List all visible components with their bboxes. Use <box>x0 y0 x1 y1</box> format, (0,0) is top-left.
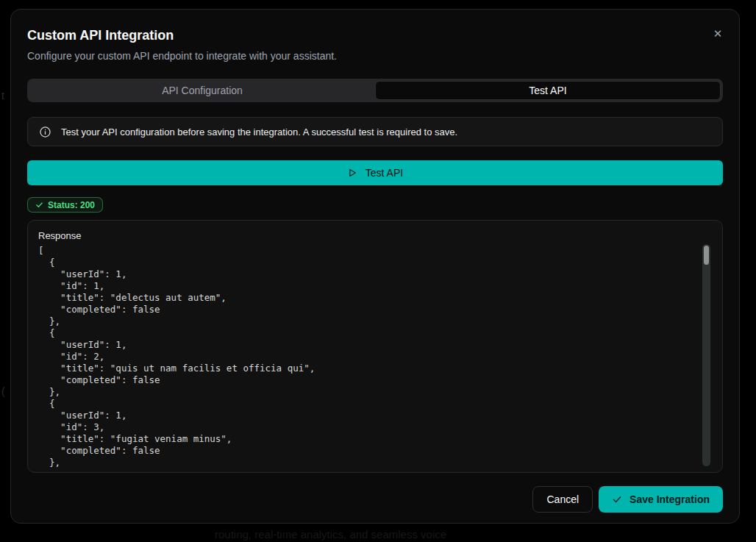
response-label: Response <box>38 229 712 242</box>
info-banner-text: Test your API configuration before savin… <box>61 126 457 138</box>
response-panel: Response [ { "userId": 1, "id": 1, "titl… <box>27 220 723 473</box>
background-page-text: routing, real-time analytics, and seamle… <box>215 528 446 541</box>
save-integration-label: Save Integration <box>630 493 710 505</box>
response-scrollbar-thumb[interactable] <box>704 246 709 265</box>
info-circle-icon <box>39 126 51 138</box>
save-integration-button[interactable]: Save Integration <box>599 486 723 513</box>
custom-api-integration-dialog: ✕ Custom API Integration Configure your … <box>10 9 740 524</box>
tab-api-configuration[interactable]: API Configuration <box>29 81 375 100</box>
response-json: [ { "userId": 1, "id": 1, "title": "dele… <box>38 245 712 468</box>
check-icon <box>612 494 622 504</box>
tab-strip: API Configuration Test API <box>27 79 723 102</box>
cancel-button[interactable]: Cancel <box>532 486 593 513</box>
test-api-button[interactable]: Test API <box>27 160 723 185</box>
background-text-fragment: ( <box>1 385 5 397</box>
background-text-fragment: t <box>1 90 4 101</box>
status-badge-label: Status: 200 <box>48 200 95 210</box>
response-scrollbar-track[interactable] <box>702 244 710 466</box>
check-icon <box>35 201 43 209</box>
info-banner: Test your API configuration before savin… <box>27 117 723 146</box>
dialog-footer: Cancel Save Integration <box>27 486 723 513</box>
play-icon <box>347 168 357 178</box>
dialog-subtitle: Configure your custom API endpoint to in… <box>27 49 723 63</box>
tab-test-api[interactable]: Test API <box>375 81 721 100</box>
close-icon[interactable]: ✕ <box>710 26 726 42</box>
status-badge: Status: 200 <box>27 197 103 213</box>
test-api-button-label: Test API <box>365 167 403 179</box>
dialog-title: Custom API Integration <box>27 27 723 43</box>
